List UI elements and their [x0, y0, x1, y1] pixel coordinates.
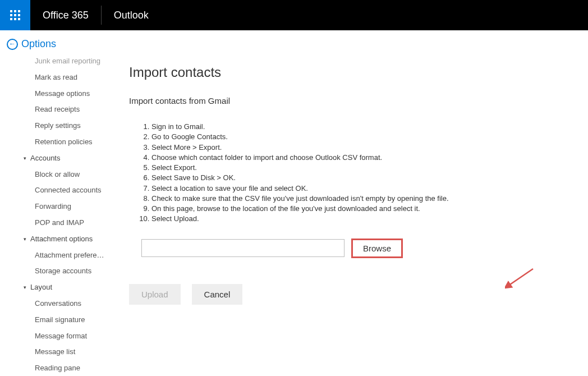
- page-subtitle: Import contacts from Gmail: [129, 96, 571, 106]
- sidebar-item[interactable]: Conversations: [0, 296, 112, 312]
- cancel-button[interactable]: Cancel: [192, 284, 243, 305]
- sidebar-item[interactable]: Message options: [0, 86, 112, 102]
- browse-button[interactable]: Browse: [351, 239, 403, 258]
- sidebar-item[interactable]: Junk email reporting: [0, 53, 112, 70]
- settings-sidebar: Junk email reportingMark as readMessage …: [0, 53, 112, 374]
- instruction-step: Select Upload.: [151, 214, 571, 223]
- sidebar-section-label: Attachment options: [30, 233, 93, 245]
- instruction-step: Select Export.: [151, 163, 571, 172]
- back-arrow-icon: ←: [7, 39, 18, 50]
- app-name-link[interactable]: Outlook: [102, 10, 161, 21]
- brand-link[interactable]: Office 365: [30, 10, 101, 21]
- upload-button[interactable]: Upload: [129, 284, 181, 305]
- instruction-step: Check to make sure that the CSV file you…: [151, 194, 571, 203]
- sidebar-item[interactable]: Forwarding: [0, 199, 112, 215]
- instruction-step: Sign in to Gmail.: [151, 122, 571, 131]
- sidebar-section-header[interactable]: ▾Layout: [0, 279, 112, 296]
- instruction-step: Go to Google Contacts.: [151, 132, 571, 141]
- sidebar-item[interactable]: Reply settings: [0, 118, 112, 134]
- options-back-button[interactable]: ← Options: [0, 30, 588, 53]
- sidebar-item[interactable]: Block or allow: [0, 167, 112, 183]
- instruction-step: Select Save to Disk > OK.: [151, 173, 571, 182]
- instruction-step: Select a location to save your file and …: [151, 184, 571, 193]
- sidebar-item[interactable]: Retention policies: [0, 134, 112, 150]
- sidebar-section-header[interactable]: ▾Accounts: [0, 150, 112, 167]
- sidebar-item[interactable]: Connected accounts: [0, 182, 112, 199]
- instruction-step: Choose which contact folder to import an…: [151, 153, 571, 162]
- main-region: Junk email reportingMark as readMessage …: [0, 53, 588, 374]
- page-title: Import contacts: [129, 65, 571, 80]
- waffle-icon: [10, 10, 20, 20]
- content-pane: Import contacts Import contacts from Gma…: [112, 53, 588, 374]
- top-header: Office 365 Outlook: [0, 0, 588, 30]
- caret-down-icon: ▾: [24, 235, 28, 243]
- action-buttons: Upload Cancel: [129, 284, 571, 305]
- options-label: Options: [21, 38, 56, 50]
- caret-down-icon: ▾: [24, 154, 28, 162]
- file-select-row: Browse: [141, 239, 571, 258]
- sidebar-section-label: Layout: [30, 282, 52, 294]
- instruction-step: Select More > Export.: [151, 143, 571, 152]
- caret-down-icon: ▾: [24, 283, 28, 291]
- sidebar-item[interactable]: Message list: [0, 344, 112, 360]
- instruction-step: On this page, browse to the location of …: [151, 204, 571, 213]
- sidebar-item[interactable]: Storage accounts: [0, 263, 112, 279]
- sidebar-item[interactable]: POP and IMAP: [0, 215, 112, 231]
- sidebar-item[interactable]: Email signature: [0, 312, 112, 328]
- file-path-input[interactable]: [141, 239, 344, 257]
- instruction-steps: Sign in to Gmail.Go to Google Contacts.S…: [151, 122, 571, 224]
- sidebar-item[interactable]: Message format: [0, 328, 112, 345]
- sidebar-scroll[interactable]: Junk email reportingMark as readMessage …: [0, 53, 112, 374]
- sidebar-item[interactable]: Read receipts: [0, 102, 112, 118]
- svg-line-0: [508, 269, 533, 286]
- sidebar-section-header[interactable]: ▾Attachment options: [0, 231, 112, 247]
- app-launcher-button[interactable]: [0, 0, 30, 30]
- sidebar-section-label: Accounts: [30, 153, 60, 164]
- sidebar-item[interactable]: Mark as read: [0, 70, 112, 86]
- sidebar-item[interactable]: Attachment preferences: [0, 247, 112, 264]
- sidebar-item[interactable]: Reading pane: [0, 360, 112, 374]
